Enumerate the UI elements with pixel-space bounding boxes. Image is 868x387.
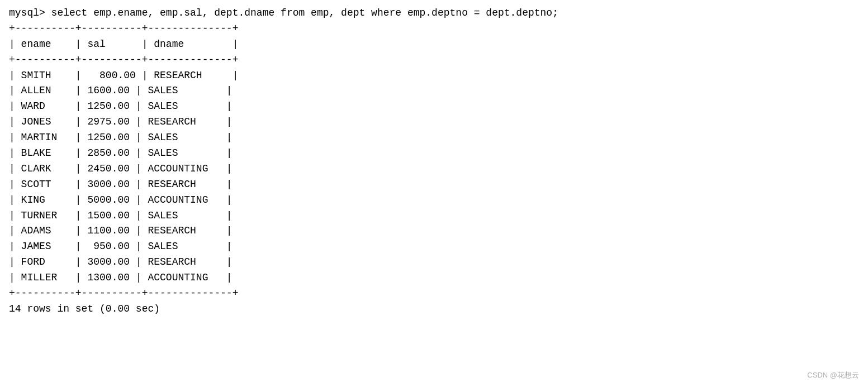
separator-bottom: +----------+----------+--------------+: [9, 288, 238, 299]
terminal-output: mysql> select emp.ename, emp.sal, dept.d…: [9, 6, 859, 317]
table-row: | SCOTT | 3000.00 | RESEARCH |: [9, 179, 233, 190]
table-row: | CLARK | 2450.00 | ACCOUNTING |: [9, 163, 233, 174]
table-row: | WARD | 1250.00 | SALES |: [9, 101, 233, 112]
separator-top: +----------+----------+--------------+: [9, 23, 238, 34]
table-row: | BLAKE | 2850.00 | SALES |: [9, 147, 233, 159]
table-row: | FORD | 3000.00 | RESEARCH |: [9, 256, 233, 267]
table-row: | TURNER | 1500.00 | SALES |: [9, 210, 233, 221]
table-header: | ename | sal | dname |: [9, 39, 238, 50]
table-row: | ADAMS | 1100.00 | RESEARCH |: [9, 225, 233, 236]
sql-command: mysql> select emp.ename, emp.sal, dept.d…: [9, 7, 558, 18]
watermark: CSDN @花想云: [807, 370, 859, 380]
table-row: | MARTIN | 1250.00 | SALES |: [9, 132, 233, 143]
table-row: | JAMES | 950.00 | SALES |: [9, 241, 233, 252]
result-footer: 14 rows in set (0.00 sec): [9, 303, 160, 314]
table-row: | JONES | 2975.00 | RESEARCH |: [9, 116, 233, 127]
separator-mid: +----------+----------+--------------+: [9, 54, 238, 65]
table-row: | KING | 5000.00 | ACCOUNTING |: [9, 194, 233, 206]
table-row: | ALLEN | 1600.00 | SALES |: [9, 85, 233, 96]
table-row: | SMITH | 800.00 | RESEARCH |: [9, 70, 238, 81]
table-row: | MILLER | 1300.00 | ACCOUNTING |: [9, 272, 233, 283]
